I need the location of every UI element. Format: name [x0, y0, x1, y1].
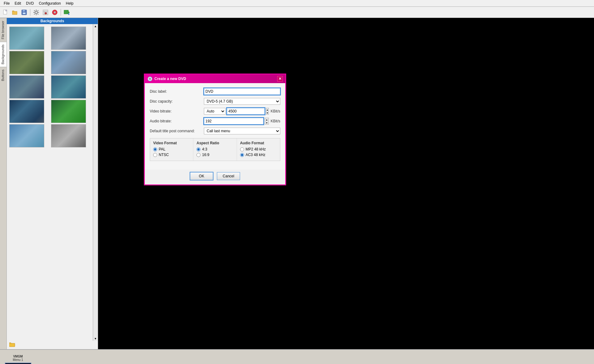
- disc-capacity-select[interactable]: DVD-5 (4.7 GB) DVD-9 (8.5 GB) DVD-1 (1.4…: [204, 98, 280, 105]
- video-format-pal-label: PAL: [159, 147, 166, 151]
- scroll-down-button[interactable]: ▼: [93, 336, 98, 341]
- video-bitrate-value-input[interactable]: [227, 108, 265, 115]
- audio-format-group: Audio Format MP2 48 kHz AC3 48 kHz: [237, 138, 280, 161]
- audio-bitrate-row: Audio bitrate: ▲ ▼ KBit/s: [150, 118, 280, 125]
- tab-file-browser[interactable]: File browser: [0, 18, 6, 42]
- aspect-ratio-43[interactable]: 4:3: [196, 147, 233, 151]
- disc-label-row: Disc label:: [150, 88, 280, 95]
- background-thumb-10[interactable]: [51, 124, 86, 147]
- dialog-title: Create a new DVD: [154, 77, 275, 81]
- background-thumb-4[interactable]: [51, 51, 86, 74]
- audio-format-ac3[interactable]: AC3 48 kHz: [240, 153, 277, 157]
- vmgm-item[interactable]: VMGM Menu 1: [2, 355, 33, 364]
- menu-configuration[interactable]: Configuration: [36, 1, 63, 6]
- toolbar: ▼: [0, 7, 594, 18]
- video-bitrate-row: Video bitrate: Auto Manual ▲ ▼ KBit/s: [150, 108, 280, 115]
- video-bitrate-control: Auto Manual ▲ ▼ KBit/s: [204, 108, 280, 115]
- audio-bitrate-control: ▲ ▼ KBit/s: [204, 118, 280, 125]
- audio-format-ac3-label: AC3 48 kHz: [246, 153, 265, 157]
- video-format-ntsc[interactable]: NTSC: [153, 153, 190, 157]
- dialog: 💿 Create a new DVD ✕ Disc label: Disc ca…: [144, 74, 286, 185]
- audio-bitrate-value-input[interactable]: [204, 118, 264, 125]
- dialog-close-button[interactable]: ✕: [277, 76, 283, 82]
- aspect-ratio-169[interactable]: 16:9: [196, 153, 233, 157]
- folder-icon[interactable]: [7, 341, 98, 349]
- toolbar-separator-2: [61, 9, 61, 16]
- aspect-ratio-43-radio[interactable]: [196, 147, 200, 151]
- background-thumb-3[interactable]: [9, 51, 44, 74]
- svg-rect-5: [23, 10, 25, 12]
- aspect-ratio-43-label: 4:3: [202, 147, 207, 151]
- disc-label-control: [204, 88, 280, 95]
- burn-button[interactable]: [50, 8, 59, 17]
- aspect-ratio-group: Aspect Ratio 4:3 16:9: [193, 138, 237, 161]
- video-format-title: Video Format: [153, 141, 190, 145]
- sidebar-scroll: ▲ ▼: [93, 24, 98, 341]
- audio-bitrate-label: Audio bitrate:: [150, 119, 204, 123]
- video-format-pal[interactable]: PAL: [153, 147, 190, 151]
- dialog-buttons: OK Cancel: [145, 170, 285, 184]
- video-bitrate-spinner: ▲ ▼: [266, 108, 269, 115]
- video-format-ntsc-radio[interactable]: [153, 153, 157, 157]
- video-format-pal-radio[interactable]: [153, 147, 157, 151]
- dialog-body: Disc label: Disc capacity: DVD-5 (4.7 GB…: [145, 83, 285, 170]
- disc-capacity-label: Disc capacity:: [150, 99, 204, 104]
- video-bitrate-up[interactable]: ▲: [266, 108, 269, 111]
- video-bitrate-unit: KBit/s: [271, 109, 280, 113]
- post-command-select[interactable]: Call last menu Do nothing Go to next tit…: [204, 128, 280, 134]
- dialog-icon: 💿: [147, 76, 153, 81]
- disc-label-input[interactable]: [204, 88, 280, 95]
- video-bitrate-down[interactable]: ▼: [266, 111, 269, 114]
- svg-point-10: [45, 12, 47, 14]
- post-command-control: Call last menu Do nothing Go to next tit…: [204, 128, 280, 134]
- audio-format-ac3-radio[interactable]: [240, 153, 244, 157]
- menu-help[interactable]: Help: [63, 1, 76, 6]
- menu-file[interactable]: File: [1, 1, 12, 6]
- aspect-ratio-169-radio[interactable]: [196, 153, 200, 157]
- disc-capacity-row: Disc capacity: DVD-5 (4.7 GB) DVD-9 (8.5…: [150, 98, 280, 105]
- video-bitrate-mode-select[interactable]: Auto Manual: [204, 108, 226, 115]
- background-thumb-8[interactable]: [51, 100, 86, 123]
- toolbar-separator-1: [30, 9, 30, 16]
- vmgm-menu-label: Menu 1: [13, 358, 23, 362]
- scroll-up-button[interactable]: ▲: [93, 24, 98, 28]
- audio-format-mp2-radio[interactable]: [240, 147, 244, 151]
- menu-dvd[interactable]: DVD: [24, 1, 36, 6]
- ok-button[interactable]: OK: [190, 172, 213, 180]
- sidebar: Backgrounds ▲ ▼: [7, 18, 98, 349]
- background-thumb-7[interactable]: [9, 100, 44, 123]
- menu-edit[interactable]: Edit: [12, 1, 24, 6]
- audio-bitrate-spinner: ▲ ▼: [265, 118, 269, 125]
- tab-backgrounds[interactable]: Backgrounds: [0, 42, 6, 67]
- audio-bitrate-down[interactable]: ▼: [265, 121, 269, 124]
- background-thumb-9[interactable]: [9, 124, 44, 147]
- background-thumb-2[interactable]: [51, 27, 86, 50]
- background-thumb-5[interactable]: [9, 75, 44, 99]
- background-thumb-6[interactable]: [51, 75, 86, 99]
- tab-buttons[interactable]: Buttons: [0, 67, 6, 83]
- video-format-group: Video Format PAL NTSC: [150, 138, 193, 161]
- svg-rect-3: [12, 11, 17, 15]
- svg-rect-6: [23, 12, 26, 14]
- post-command-label: Default title post command:: [150, 129, 204, 133]
- post-command-row: Default title post command: Call last me…: [150, 128, 280, 134]
- cancel-button[interactable]: Cancel: [217, 172, 240, 180]
- save-button[interactable]: [20, 8, 28, 17]
- audio-bitrate-up[interactable]: ▲: [265, 118, 269, 121]
- vmgm-label: VMGM: [13, 355, 23, 358]
- open-button[interactable]: [11, 8, 19, 17]
- svg-point-12: [54, 11, 56, 13]
- video-format-ntsc-label: NTSC: [159, 153, 169, 157]
- audio-format-mp2[interactable]: MP2 48 kHz: [240, 147, 277, 151]
- new-button[interactable]: [1, 8, 10, 17]
- bottom-panel: VMGM Menu 1 Drag your video files from t…: [0, 349, 594, 364]
- add-video-button[interactable]: ▼: [62, 8, 71, 17]
- disc-label-label: Disc label:: [150, 89, 204, 94]
- background-thumb-1[interactable]: [9, 27, 44, 50]
- radio-section: Video Format PAL NTSC Aspect Ratio: [150, 138, 280, 161]
- disc-capacity-control: DVD-5 (4.7 GB) DVD-9 (8.5 GB) DVD-1 (1.4…: [204, 98, 280, 105]
- left-tabs: File browser Backgrounds Buttons: [0, 18, 7, 349]
- settings-button[interactable]: [32, 8, 41, 17]
- preferences-button[interactable]: [41, 8, 50, 17]
- vmgm-thumbnail: [5, 363, 31, 364]
